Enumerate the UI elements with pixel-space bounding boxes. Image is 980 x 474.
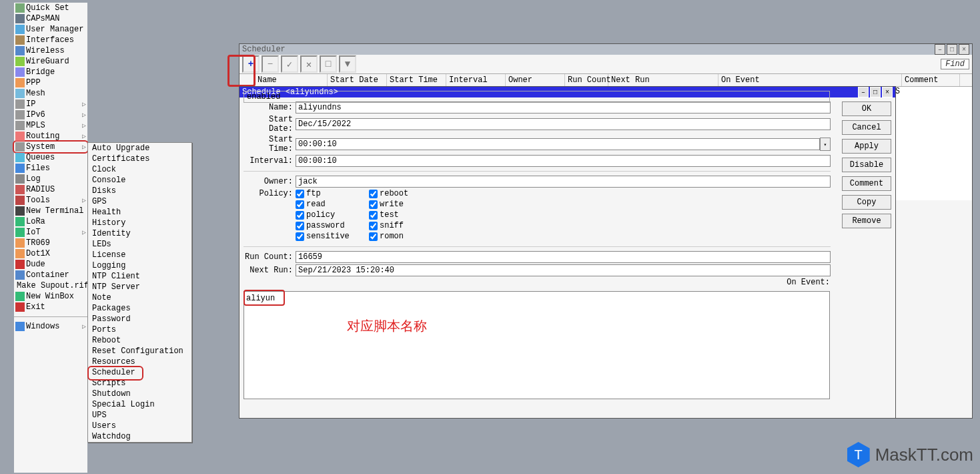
sidebar-item-iot[interactable]: IoT▷ bbox=[14, 227, 87, 238]
remove-button[interactable]: − bbox=[262, 55, 279, 73]
policy-sensitive-checkbox[interactable]: sensitive bbox=[296, 232, 349, 241]
close-button[interactable]: × bbox=[959, 44, 969, 55]
sidebar-item-exit[interactable]: Exit bbox=[14, 302, 87, 312]
submenu-item-identity[interactable]: Identity bbox=[88, 228, 191, 239]
sidebar-item-ipv6[interactable]: IPv6▷ bbox=[14, 109, 87, 120]
submenu-item-logging[interactable]: Logging bbox=[88, 260, 191, 271]
sidebar-item-log[interactable]: Log bbox=[14, 174, 87, 184]
policy-password-checkbox[interactable]: password bbox=[296, 221, 349, 230]
scheduler-titlebar[interactable]: Scheduler – □ × bbox=[239, 44, 972, 55]
submenu-item-auto-upgrade[interactable]: Auto Upgrade bbox=[88, 143, 191, 154]
checkbox[interactable] bbox=[369, 232, 378, 241]
checkbox[interactable] bbox=[369, 222, 378, 230]
sidebar-item-mpls[interactable]: MPLS▷ bbox=[14, 120, 87, 131]
filter-button[interactable]: ▼ bbox=[339, 55, 356, 73]
edit-minimize-button[interactable]: – bbox=[858, 87, 869, 97]
sidebar-item-user-manager[interactable]: User Manager bbox=[14, 24, 87, 35]
checkbox[interactable] bbox=[369, 190, 378, 198]
checkbox[interactable] bbox=[296, 190, 304, 198]
submenu-item-disks[interactable]: Disks bbox=[88, 186, 191, 196]
sidebar-item-files[interactable]: Files bbox=[14, 163, 87, 174]
maximize-button[interactable]: □ bbox=[947, 44, 957, 55]
policy-sniff-checkbox[interactable]: sniff bbox=[369, 221, 422, 230]
checkbox[interactable] bbox=[296, 232, 304, 241]
column-header[interactable]: Interval bbox=[446, 74, 506, 86]
submenu-item-shutdown[interactable]: Shutdown bbox=[88, 389, 191, 399]
checkbox[interactable] bbox=[296, 222, 304, 230]
edit-close-button[interactable]: × bbox=[882, 87, 893, 97]
submenu-item-gps[interactable]: GPS bbox=[88, 196, 191, 207]
submenu-item-scheduler[interactable]: Scheduler bbox=[88, 367, 191, 378]
sidebar-item-container[interactable]: Container bbox=[14, 270, 87, 280]
policy-reboot-checkbox[interactable]: reboot bbox=[369, 189, 422, 198]
sidebar-item-tr069[interactable]: TR069 bbox=[14, 238, 87, 248]
submenu-item-special-login[interactable]: Special Login bbox=[88, 399, 191, 410]
edit-maximize-button[interactable]: □ bbox=[870, 87, 881, 97]
column-header[interactable]: Owner bbox=[506, 74, 565, 86]
on-event-textarea[interactable] bbox=[244, 292, 829, 399]
sidebar-item-bridge[interactable]: Bridge bbox=[14, 67, 87, 77]
column-header[interactable]: Comment bbox=[902, 74, 960, 86]
submenu-item-ports[interactable]: Ports bbox=[88, 324, 191, 335]
submenu-item-health[interactable]: Health bbox=[88, 207, 191, 218]
sidebar-item-ip[interactable]: IP▷ bbox=[14, 99, 87, 109]
interval-input[interactable] bbox=[296, 155, 831, 167]
checkbox[interactable] bbox=[296, 211, 304, 220]
policy-policy-checkbox[interactable]: policy bbox=[296, 210, 349, 220]
column-header[interactable]: On Event bbox=[718, 74, 902, 86]
find-field[interactable]: Find bbox=[941, 59, 969, 69]
sidebar-item-make-supout.rif[interactable]: Make Supout.rif bbox=[14, 280, 87, 291]
submenu-item-history[interactable]: History bbox=[88, 218, 191, 228]
column-header[interactable]: Start Date bbox=[328, 74, 387, 86]
comment-button[interactable]: □ bbox=[320, 55, 337, 73]
comment-button[interactable]: Comment bbox=[842, 176, 891, 191]
submenu-item-clock[interactable]: Clock bbox=[88, 164, 191, 175]
policy-romon-checkbox[interactable]: romon bbox=[369, 232, 422, 241]
sidebar-item-mesh[interactable]: Mesh bbox=[14, 88, 87, 99]
name-input[interactable] bbox=[296, 101, 831, 113]
policy-ftp-checkbox[interactable]: ftp bbox=[296, 189, 349, 198]
submenu-item-certificates[interactable]: Certificates bbox=[88, 154, 191, 164]
submenu-item-users[interactable]: Users bbox=[88, 421, 191, 431]
sidebar-item-wireless[interactable]: Wireless bbox=[14, 45, 87, 56]
submenu-item-license[interactable]: License bbox=[88, 250, 191, 260]
column-header[interactable]: Start Time bbox=[387, 74, 446, 86]
sidebar-item-windows[interactable]: Windows▷ bbox=[14, 321, 87, 332]
sidebar-item-tools[interactable]: Tools▷ bbox=[14, 195, 87, 206]
apply-button[interactable]: Apply bbox=[842, 139, 891, 154]
start-time-dropdown[interactable]: ▾ bbox=[820, 138, 831, 151]
sidebar-item-quick-set[interactable]: Quick Set bbox=[14, 3, 87, 13]
checkbox[interactable] bbox=[369, 200, 378, 209]
sidebar-item-capsman[interactable]: CAPsMAN bbox=[14, 13, 87, 24]
column-header[interactable]: Name bbox=[255, 74, 328, 86]
copy-button[interactable]: Copy bbox=[842, 195, 891, 210]
submenu-item-console[interactable]: Console bbox=[88, 175, 191, 186]
sidebar-item-system[interactable]: System▷ bbox=[13, 140, 89, 154]
sidebar-item-radius[interactable]: RADIUS bbox=[14, 184, 87, 195]
policy-test-checkbox[interactable]: test bbox=[369, 210, 422, 220]
column-header[interactable]: Next Run bbox=[608, 74, 718, 86]
checkbox[interactable] bbox=[369, 211, 378, 220]
submenu-item-scripts[interactable]: Scripts bbox=[88, 378, 191, 389]
submenu-item-ups[interactable]: UPS bbox=[88, 410, 191, 421]
sidebar-item-lora[interactable]: LoRa bbox=[14, 216, 87, 227]
sidebar-item-dot1x[interactable]: Dot1X bbox=[14, 248, 87, 259]
cancel-button[interactable]: Cancel bbox=[842, 120, 891, 135]
sidebar-item-interfaces[interactable]: Interfaces bbox=[14, 35, 87, 45]
start-date-input[interactable] bbox=[296, 118, 831, 130]
submenu-item-note[interactable]: Note bbox=[88, 292, 191, 303]
disable-button[interactable]: ✕ bbox=[300, 55, 318, 73]
add-button[interactable]: + bbox=[242, 55, 260, 73]
disable-button[interactable]: Disable bbox=[842, 158, 891, 172]
ok-button[interactable]: OK bbox=[842, 101, 891, 116]
sidebar-item-wireguard[interactable]: WireGuard bbox=[14, 56, 87, 67]
submenu-item-reset-configuration[interactable]: Reset Configuration bbox=[88, 346, 191, 357]
policy-read-checkbox[interactable]: read bbox=[296, 200, 349, 209]
submenu-item-ntp-server[interactable]: NTP Server bbox=[88, 282, 191, 292]
submenu-item-ntp-client[interactable]: NTP Client bbox=[88, 271, 191, 282]
enable-button[interactable]: ✓ bbox=[281, 55, 298, 73]
sidebar-item-dude[interactable]: Dude bbox=[14, 259, 87, 270]
sidebar-item-ppp[interactable]: PPP bbox=[14, 77, 87, 88]
sidebar-item-new-terminal[interactable]: New Terminal bbox=[14, 206, 87, 216]
minimize-button[interactable]: – bbox=[935, 44, 945, 55]
